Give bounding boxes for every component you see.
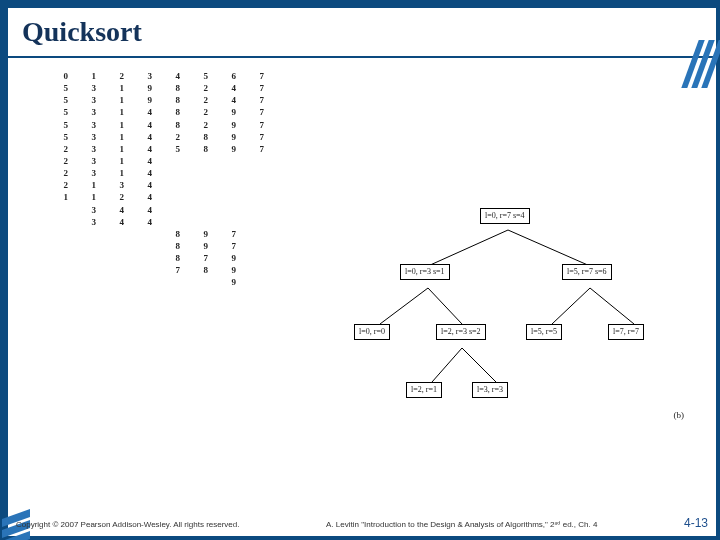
table-cell: 8 bbox=[166, 119, 180, 131]
table-cell: 8 bbox=[194, 264, 208, 276]
table-cell: 5 bbox=[54, 119, 68, 131]
tree-node: l=7, r=7 bbox=[608, 324, 644, 340]
table-cell: 7 bbox=[222, 240, 236, 252]
table-cell: 4 bbox=[222, 82, 236, 94]
table-row: 53198247 bbox=[54, 94, 344, 106]
table-row: 53148297 bbox=[54, 106, 344, 118]
table-cell: 9 bbox=[222, 106, 236, 118]
table-cell bbox=[250, 216, 264, 228]
table-cell bbox=[194, 179, 208, 191]
table-cell: 3 bbox=[82, 204, 96, 216]
table-cell bbox=[194, 191, 208, 203]
table-cell bbox=[222, 167, 236, 179]
tree-sublabel: (b) bbox=[674, 410, 685, 420]
citation-text: A. Levitin "Introduction to the Design &… bbox=[254, 520, 670, 529]
table-cell: 1 bbox=[110, 119, 124, 131]
table-cell bbox=[250, 228, 264, 240]
table-cell: 7 bbox=[194, 252, 208, 264]
table-cell bbox=[138, 240, 152, 252]
table-cell bbox=[138, 252, 152, 264]
table-header-cell: 0 bbox=[54, 70, 68, 82]
table-cell: 8 bbox=[166, 240, 180, 252]
table-cell bbox=[54, 216, 68, 228]
table-cell: 9 bbox=[194, 228, 208, 240]
table-cell bbox=[166, 276, 180, 288]
svg-line-4 bbox=[552, 288, 590, 324]
svg-line-7 bbox=[462, 348, 496, 382]
table-cell bbox=[250, 252, 264, 264]
table-cell bbox=[250, 204, 264, 216]
table-cell bbox=[82, 228, 96, 240]
table-row: 9 bbox=[54, 276, 344, 288]
svg-line-2 bbox=[380, 288, 428, 324]
table-cell: 7 bbox=[250, 82, 264, 94]
table-cell: 9 bbox=[222, 264, 236, 276]
table-cell: 3 bbox=[82, 106, 96, 118]
table-cell bbox=[54, 204, 68, 216]
table-cell: 7 bbox=[250, 143, 264, 155]
table-cell bbox=[250, 240, 264, 252]
table-cell: 2 bbox=[54, 155, 68, 167]
table-cell bbox=[166, 204, 180, 216]
table-cell: 5 bbox=[54, 131, 68, 143]
table-cell: 2 bbox=[54, 167, 68, 179]
table-cell bbox=[110, 252, 124, 264]
table-cell bbox=[222, 216, 236, 228]
table-cell: 9 bbox=[222, 131, 236, 143]
table-cell: 3 bbox=[82, 82, 96, 94]
table-cell bbox=[194, 155, 208, 167]
table-cell: 4 bbox=[138, 106, 152, 118]
table-cell bbox=[194, 167, 208, 179]
slide: Quicksort 01234567 531982475319824753148… bbox=[6, 6, 718, 538]
tree-edges bbox=[338, 206, 678, 416]
table-cell: 3 bbox=[82, 167, 96, 179]
table-cell: 2 bbox=[194, 94, 208, 106]
table-cell: 9 bbox=[222, 252, 236, 264]
svg-line-3 bbox=[428, 288, 462, 324]
table-cell: 9 bbox=[222, 119, 236, 131]
table-row: 2314 bbox=[54, 155, 344, 167]
table-cell bbox=[138, 264, 152, 276]
svg-line-0 bbox=[428, 230, 508, 266]
table-cell: 5 bbox=[54, 82, 68, 94]
table-header-cell: 3 bbox=[138, 70, 152, 82]
slide-title: Quicksort bbox=[8, 16, 142, 48]
table-cell: 3 bbox=[110, 179, 124, 191]
table-header-cell: 1 bbox=[82, 70, 96, 82]
tree-node: l=0, r=0 bbox=[354, 324, 390, 340]
table-header-cell: 5 bbox=[194, 70, 208, 82]
table-cell: 3 bbox=[82, 216, 96, 228]
svg-line-1 bbox=[508, 230, 590, 266]
table-cell bbox=[82, 252, 96, 264]
table-cell: 4 bbox=[138, 216, 152, 228]
table-cell: 8 bbox=[166, 252, 180, 264]
table-row: 2134 bbox=[54, 179, 344, 191]
table-cell: 1 bbox=[82, 179, 96, 191]
table-cell bbox=[250, 264, 264, 276]
table-cell: 4 bbox=[222, 94, 236, 106]
table-cell bbox=[194, 276, 208, 288]
table-cell bbox=[54, 252, 68, 264]
table-cell: 7 bbox=[250, 94, 264, 106]
table-header-cell: 2 bbox=[110, 70, 124, 82]
tree-node-root: l=0, r=7 s=4 bbox=[480, 208, 530, 224]
table-cell: 3 bbox=[82, 155, 96, 167]
table-cell: 8 bbox=[166, 82, 180, 94]
table-header-cell: 4 bbox=[166, 70, 180, 82]
tree-node: l=3, r=3 bbox=[472, 382, 508, 398]
quicksort-trace-table: 01234567 5319824753198247531482975314829… bbox=[54, 70, 344, 289]
table-cell bbox=[54, 276, 68, 288]
table-header-row: 01234567 bbox=[54, 70, 344, 82]
table-cell: 9 bbox=[194, 240, 208, 252]
table-cell bbox=[138, 228, 152, 240]
tree-node: l=5, r=5 bbox=[526, 324, 562, 340]
table-cell: 4 bbox=[138, 191, 152, 203]
table-cell: 9 bbox=[138, 94, 152, 106]
table-cell: 3 bbox=[82, 143, 96, 155]
table-cell bbox=[222, 179, 236, 191]
table-row: 897 bbox=[54, 228, 344, 240]
table-cell bbox=[250, 276, 264, 288]
table-row: 897 bbox=[54, 240, 344, 252]
table-cell: 4 bbox=[138, 167, 152, 179]
table-cell: 1 bbox=[110, 106, 124, 118]
